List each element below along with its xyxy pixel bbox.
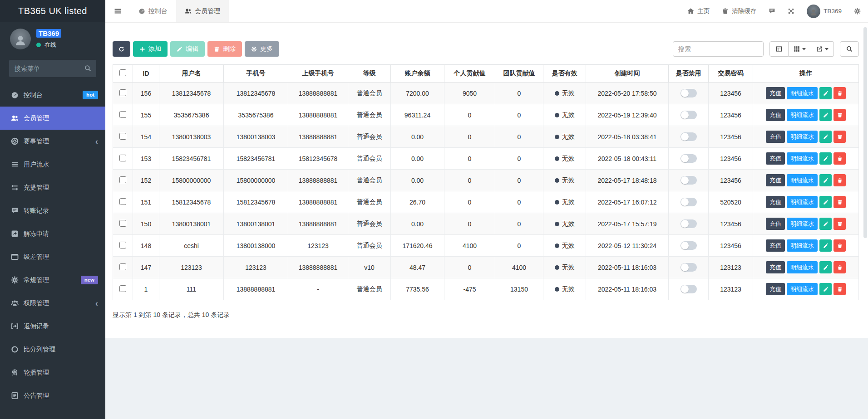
disable-toggle[interactable]	[681, 176, 697, 185]
sidebar-item-score-column[interactable]: 比分列管理	[0, 338, 105, 361]
row-delete-button[interactable]	[833, 261, 846, 273]
recharge-button[interactable]: 充值	[766, 131, 785, 143]
user-menu[interactable]: TB369	[807, 5, 842, 18]
feedback-button[interactable]	[769, 8, 775, 15]
row-edit-button[interactable]	[819, 174, 832, 186]
row-checkbox[interactable]	[119, 285, 126, 292]
menu-search-input[interactable]	[9, 60, 96, 77]
export-button[interactable]	[811, 41, 834, 57]
row-edit-button[interactable]	[819, 239, 832, 252]
sidebar-item-general[interactable]: 常规管理new	[0, 268, 105, 292]
recharge-button[interactable]: 充值	[766, 261, 785, 273]
row-delete-button[interactable]	[833, 174, 846, 186]
col-personal-contribution[interactable]: 个人贡献值	[444, 65, 495, 83]
col-username[interactable]: 用户名	[159, 65, 224, 83]
scrollbar[interactable]	[863, 27, 867, 238]
row-edit-button[interactable]	[819, 87, 832, 99]
delete-button[interactable]: 删除	[207, 41, 242, 57]
home-link[interactable]: 主页	[687, 7, 710, 15]
disable-toggle[interactable]	[681, 198, 697, 206]
col-team-contribution[interactable]: 团队贡献值	[495, 65, 543, 83]
sidebar-item-user-flow[interactable]: 用户流水	[0, 153, 105, 176]
row-delete-button[interactable]	[833, 196, 846, 208]
col-level[interactable]: 等级	[348, 65, 391, 83]
row-checkbox[interactable]	[119, 111, 126, 118]
detail-flow-button[interactable]: 明细流水	[787, 152, 818, 165]
row-checkbox[interactable]	[119, 242, 126, 248]
sidebar-item-carousel[interactable]: 轮播管理	[0, 361, 105, 384]
table-search-input[interactable]	[673, 41, 764, 57]
row-delete-button[interactable]	[833, 218, 846, 230]
sidebar-item-transfers[interactable]: 转账记录	[0, 199, 105, 222]
row-delete-button[interactable]	[833, 152, 846, 165]
recharge-button[interactable]: 充值	[766, 218, 785, 230]
disable-toggle[interactable]	[681, 111, 697, 119]
row-checkbox[interactable]	[119, 155, 126, 161]
sidebar-item-level-diff[interactable]: 级差管理	[0, 245, 105, 268]
clear-cache-link[interactable]: 清除缓存	[722, 7, 756, 15]
detail-flow-button[interactable]: 明细流水	[787, 283, 818, 295]
detail-flow-button[interactable]: 明细流水	[787, 239, 818, 252]
recharge-button[interactable]: 充值	[766, 109, 785, 121]
detail-flow-button[interactable]: 明细流水	[787, 87, 818, 99]
sidebar-item-dashboard[interactable]: 控制台hot	[0, 83, 105, 107]
row-edit-button[interactable]	[819, 152, 832, 165]
disable-toggle[interactable]	[681, 285, 697, 293]
tab-members[interactable]: 会员管理	[176, 0, 229, 22]
settings-button[interactable]	[854, 8, 861, 15]
detail-flow-button[interactable]: 明细流水	[787, 174, 818, 186]
row-edit-button[interactable]	[819, 196, 832, 208]
row-edit-button[interactable]	[819, 109, 832, 121]
sidebar-item-announcements[interactable]: 公告管理	[0, 384, 105, 407]
disable-toggle[interactable]	[681, 132, 697, 141]
col-phone[interactable]: 手机号	[224, 65, 288, 83]
row-checkbox[interactable]	[119, 89, 126, 96]
row-edit-button[interactable]	[819, 283, 832, 295]
disable-toggle[interactable]	[681, 154, 697, 163]
detail-flow-button[interactable]: 明细流水	[787, 131, 818, 143]
edit-button[interactable]: 编辑	[170, 41, 205, 57]
recharge-button[interactable]: 充值	[766, 196, 785, 208]
row-delete-button[interactable]	[833, 131, 846, 143]
select-all-checkbox[interactable]	[119, 69, 126, 76]
disable-toggle[interactable]	[681, 89, 697, 97]
row-delete-button[interactable]	[833, 283, 846, 295]
sidebar-item-commission[interactable]: 返佣记录	[0, 315, 105, 338]
sidebar-item-deposit-withdraw[interactable]: 充提管理	[0, 176, 105, 199]
col-created[interactable]: 创建时间	[586, 65, 669, 83]
add-button[interactable]: 添加	[133, 41, 168, 57]
col-id[interactable]: ID	[133, 65, 159, 83]
more-button[interactable]: 更多	[245, 41, 279, 57]
sidebar-item-unfreeze[interactable]: 解冻申请	[0, 222, 105, 245]
sidebar-item-permissions[interactable]: 权限管理‹	[0, 292, 105, 315]
columns-button[interactable]	[789, 41, 811, 57]
detail-flow-button[interactable]: 明细流水	[787, 196, 818, 208]
tab-dashboard[interactable]: 控制台	[130, 0, 176, 22]
recharge-button[interactable]: 充值	[766, 87, 785, 99]
col-operations[interactable]: 操作	[753, 65, 859, 83]
row-edit-button[interactable]	[819, 218, 832, 230]
disable-toggle[interactable]	[681, 241, 697, 250]
col-trade-password[interactable]: 交易密码	[709, 65, 753, 83]
row-checkbox[interactable]	[119, 176, 126, 183]
recharge-button[interactable]: 充值	[766, 174, 785, 186]
row-checkbox[interactable]	[119, 198, 126, 205]
sidebar-item-matches[interactable]: 赛事管理‹	[0, 130, 105, 153]
recharge-button[interactable]: 充值	[766, 239, 785, 252]
sidebar-item-members[interactable]: 会员管理	[0, 107, 105, 130]
row-delete-button[interactable]	[833, 87, 846, 99]
row-delete-button[interactable]	[833, 239, 846, 252]
recharge-button[interactable]: 充值	[766, 152, 785, 165]
row-checkbox[interactable]	[119, 263, 126, 270]
row-checkbox[interactable]	[119, 133, 126, 140]
col-disabled[interactable]: 是否禁用	[669, 65, 709, 83]
row-edit-button[interactable]	[819, 131, 832, 143]
row-delete-button[interactable]	[833, 109, 846, 121]
fullscreen-button[interactable]	[788, 8, 794, 15]
detail-flow-button[interactable]: 明细流水	[787, 261, 818, 273]
recharge-button[interactable]: 充值	[766, 283, 785, 295]
row-edit-button[interactable]	[819, 261, 832, 273]
search-submit-button[interactable]	[840, 41, 859, 57]
col-parent-phone[interactable]: 上级手机号	[288, 65, 348, 83]
detail-flow-button[interactable]: 明细流水	[787, 218, 818, 230]
